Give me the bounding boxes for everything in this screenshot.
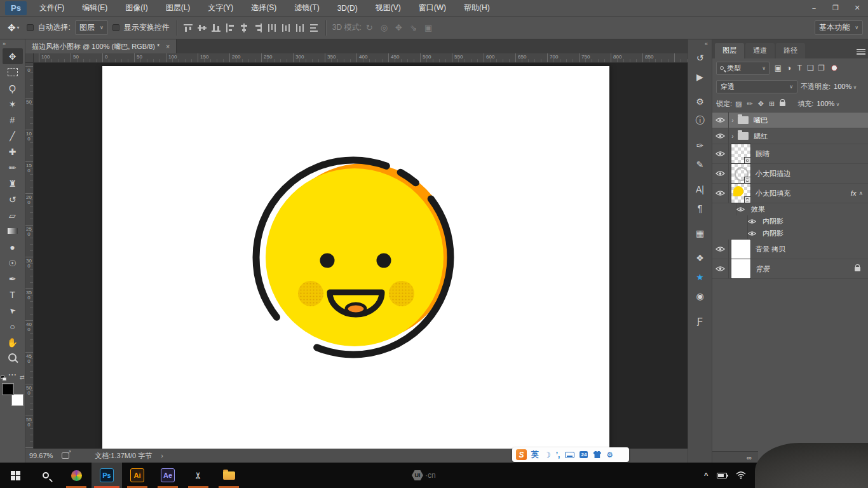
ime-keyboard-icon[interactable] <box>565 452 574 458</box>
visibility-toggle[interactable] <box>712 184 729 203</box>
tab-layers[interactable]: 图层 <box>715 43 744 58</box>
layer-name[interactable]: 内阴影 <box>763 217 783 226</box>
hand-tool[interactable]: ✋ <box>3 334 23 350</box>
layer-row[interactable]: 内阴影 <box>712 215 868 227</box>
type-tool[interactable]: T <box>3 287 23 302</box>
close-button[interactable]: ✕ <box>846 0 868 16</box>
layer-name[interactable]: 腮红 <box>754 132 768 141</box>
tab-close-icon[interactable]: × <box>166 43 170 50</box>
brush-settings-panel-icon[interactable]: ✎ <box>691 156 710 173</box>
ime-smart-24-icon[interactable]: 24 <box>580 451 588 458</box>
menu-item[interactable]: 帮助(H) <box>455 0 499 16</box>
layer-filter-toggle[interactable] <box>831 65 837 71</box>
layer-row[interactable]: › 嘴巴 <box>712 112 868 128</box>
current-tool-icon[interactable]: ✥▾ <box>5 22 22 34</box>
effect-visibility-toggle[interactable] <box>748 231 756 236</box>
menu-item[interactable]: 文字(Y) <box>199 0 242 16</box>
taskbar-search-button[interactable] <box>31 463 61 488</box>
history-brush-tool[interactable]: ↺ <box>3 191 23 207</box>
layer-thumbnail[interactable] <box>731 259 750 278</box>
layer-thumbnail[interactable] <box>731 144 750 163</box>
minimize-button[interactable]: − <box>803 0 825 16</box>
effect-visibility-toggle[interactable] <box>736 207 745 212</box>
status-chevron-icon[interactable]: › <box>161 452 163 459</box>
lock-position-icon[interactable]: ✥ <box>758 100 764 108</box>
ime-moon-icon[interactable]: ☽ <box>544 451 551 459</box>
workspace-dropdown[interactable]: 基本功能 <box>815 20 863 35</box>
lock-transparent-pixels-icon[interactable]: ▨ <box>735 100 742 108</box>
3d-slide-icon[interactable]: ⇘ <box>410 23 417 32</box>
layer-row[interactable]: 效果 <box>712 203 868 215</box>
layer-thumbnail[interactable] <box>731 240 750 259</box>
gradient-tool[interactable] <box>3 223 23 239</box>
canvas-surface[interactable] <box>102 66 609 449</box>
auto-select-checkbox[interactable] <box>27 24 34 31</box>
layer-name[interactable]: 小太阳填充 <box>756 189 790 198</box>
taskbar-start-button[interactable] <box>0 463 31 488</box>
taskbar-browser-icon[interactable] <box>61 463 92 488</box>
tray-expand-icon[interactable]: ^ <box>704 471 708 479</box>
layer-name[interactable]: 效果 <box>751 205 765 214</box>
layer-row[interactable]: 背景 <box>712 259 868 279</box>
distribute-top-edges-icon[interactable] <box>267 23 277 33</box>
styles-panel-icon[interactable]: ❖ <box>691 249 710 267</box>
lock-all-icon[interactable] <box>780 102 785 106</box>
taskbar-snip-icon[interactable]: ✂ ✂ <box>183 463 214 488</box>
crop-tool[interactable]: # <box>3 112 23 128</box>
align-top-edges-icon[interactable] <box>183 23 193 33</box>
3d-scale-icon[interactable]: ▣ <box>424 23 432 32</box>
align-bottom-edges-icon[interactable] <box>211 23 221 33</box>
collapse-effects-icon[interactable]: ∧ <box>858 190 863 196</box>
visibility-toggle[interactable] <box>731 215 748 227</box>
clone-stamp-tool[interactable]: ♜ <box>3 175 23 191</box>
taskbar-explorer-icon[interactable] <box>214 463 244 488</box>
align-horizontal-centers-icon[interactable] <box>239 23 249 33</box>
path-selection-tool[interactable]: ➤ <box>3 302 23 318</box>
history-panel-icon[interactable]: ↺ <box>691 49 710 67</box>
zoom-level-field[interactable]: 99.67% <box>29 452 53 459</box>
distribute-bottom-edges-icon[interactable] <box>295 23 305 33</box>
panel-menu-icon[interactable] <box>857 49 865 55</box>
visibility-toggle[interactable] <box>712 259 729 278</box>
lock-image-pixels-icon[interactable]: ✏ <box>747 100 752 108</box>
export-icon[interactable] <box>62 452 69 459</box>
menu-item[interactable]: 视图(V) <box>367 0 410 16</box>
layer-name[interactable]: 小太阳描边 <box>756 169 790 179</box>
default-colors-icon[interactable] <box>1 376 8 382</box>
filter-smart-objects-icon[interactable]: ❐ <box>816 64 827 72</box>
opacity-value[interactable]: 100% <box>834 83 857 90</box>
glyphs-panel-icon[interactable]: ▦ <box>691 224 710 242</box>
paragraph-panel-icon[interactable]: ¶ <box>691 200 710 217</box>
sogou-logo[interactable]: S <box>516 449 527 460</box>
swap-colors-icon[interactable]: ⇄ <box>20 374 25 381</box>
filter-shape-layers-icon[interactable]: ❏ <box>805 64 816 72</box>
spot-healing-brush-tool[interactable]: ✚ <box>3 144 23 159</box>
layer-filter-dropdown[interactable]: 类型 <box>716 62 770 75</box>
layer-name[interactable]: 眼睛 <box>756 149 770 159</box>
align-right-edges-icon[interactable] <box>253 23 263 33</box>
layer-thumbnail[interactable] <box>731 184 750 203</box>
menu-item[interactable]: 选择(S) <box>242 0 285 16</box>
quick-selection-tool[interactable]: ✶ <box>3 96 23 112</box>
align-left-edges-icon[interactable] <box>225 23 235 33</box>
menu-item[interactable]: 窗口(W) <box>410 0 455 16</box>
tab-paths[interactable]: 路径 <box>776 43 805 58</box>
ime-punctuation-icon[interactable]: ’, <box>556 451 560 459</box>
visibility-toggle[interactable] <box>712 240 729 259</box>
ime-toolbox-icon[interactable]: ⚙ <box>606 451 613 459</box>
info-panel-icon[interactable]: ⓘ <box>691 112 710 130</box>
auto-select-dropdown[interactable]: 图层 <box>75 20 108 35</box>
align-vertical-centers-icon[interactable] <box>197 23 207 33</box>
foreground-color-swatch[interactable] <box>2 383 14 395</box>
document-tab[interactable]: 描边风格小图标 @ 100% (嘴巴, RGB/8) * × <box>25 39 177 53</box>
paragraph-styles-panel-icon[interactable]: Ƒ <box>691 312 710 330</box>
lasso-tool[interactable]: Ϙ <box>3 80 23 96</box>
eraser-tool[interactable]: ▱ <box>3 207 23 223</box>
blur-tool[interactable]: ● <box>3 239 23 255</box>
fx-badge[interactable]: fx <box>851 189 857 197</box>
rectangular-marquee-tool[interactable] <box>3 64 23 80</box>
show-transform-checkbox[interactable] <box>112 24 119 31</box>
tab-channels[interactable]: 通道 <box>745 43 775 58</box>
adjustments-panel-icon[interactable]: ⚙ <box>691 93 710 111</box>
background-color-swatch[interactable] <box>11 394 24 406</box>
